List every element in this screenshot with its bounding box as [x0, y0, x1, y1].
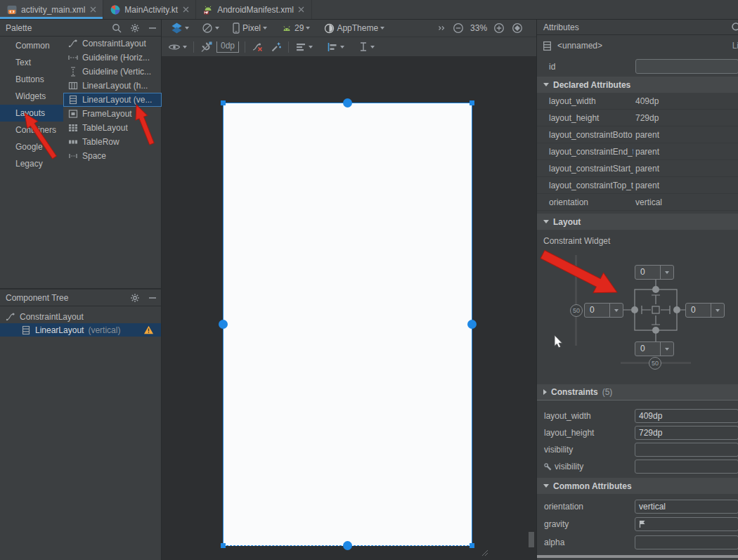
settings-gear-icon[interactable] — [130, 293, 140, 303]
zoom-to-fit-button[interactable] — [508, 20, 526, 36]
theme-selector-button[interactable]: AppTheme — [321, 20, 388, 36]
zoom-in-button[interactable] — [490, 20, 508, 36]
attribute-row[interactable]: layout_constraintTop_t parent — [537, 177, 738, 194]
palette-item-constraintlayout[interactable]: ConstraintLayout — [63, 37, 162, 51]
common-attributes-section-header[interactable]: Common Attributes — [537, 478, 738, 494]
tab-androidmanifest-xml[interactable]: AndroidManifest.xml — [196, 0, 312, 19]
xml-layout-file-icon — [7, 5, 17, 15]
autoconnect-toggle-button[interactable] — [197, 39, 216, 55]
constraint-anchor-right[interactable] — [467, 320, 477, 329]
tab-mainactivity-kt[interactable]: MainActivity.kt — [103, 0, 196, 19]
orientation-button[interactable] — [198, 20, 223, 36]
margin-left-dropdown[interactable]: 0 — [584, 303, 623, 318]
design-canvas[interactable] — [162, 56, 536, 560]
selection-handle-bottom-right[interactable] — [470, 543, 474, 548]
attribute-row[interactable]: layout_constraintStart_ parent — [537, 160, 738, 177]
gravity-field[interactable] — [635, 517, 738, 531]
palette-item-linearlayout-vertical[interactable]: LinearLayout (ve... — [63, 93, 162, 107]
layout-height-field[interactable]: 729dp — [635, 426, 738, 440]
tree-node-linearlayout-vertical[interactable]: LinearLayout(vertical) — [0, 323, 161, 337]
close-tab-icon[interactable] — [182, 6, 189, 13]
attribute-row[interactable]: layout_constraintBotto parent — [537, 126, 738, 143]
selection-handle-top-left[interactable] — [221, 100, 226, 105]
palette-item-guideline-vertical[interactable]: Guideline (Vertic... — [63, 65, 162, 79]
palette-item-framelayout[interactable]: FrameLayout — [63, 107, 162, 121]
android-api-icon — [281, 24, 292, 32]
canvas-resize-grip[interactable] — [478, 546, 489, 557]
align-button[interactable] — [323, 39, 348, 55]
margin-bottom-dropdown[interactable]: 0 — [635, 341, 674, 356]
constraint-anchor-left[interactable] — [219, 320, 228, 329]
tree-node-constraintlayout[interactable]: ConstraintLayout — [0, 310, 161, 323]
flag-icon — [639, 520, 646, 528]
palette-category-layouts[interactable]: Layouts — [0, 105, 63, 122]
palette-category-text[interactable]: Text — [0, 54, 63, 71]
palette-item-space[interactable]: Space — [63, 149, 162, 163]
visibility-field[interactable] — [635, 443, 738, 457]
vertical-bias-slider[interactable] — [575, 255, 577, 346]
constraint-widget: 50 0 0 0 0 — [537, 253, 738, 393]
minimize-icon[interactable] — [148, 294, 157, 302]
palette-category-legacy[interactable]: Legacy — [0, 155, 63, 172]
palette-category-containers[interactable]: Containers — [0, 122, 63, 138]
search-icon[interactable] — [731, 22, 738, 33]
attributes-horizontal-scrollbar[interactable] — [537, 555, 738, 558]
design-surface-button[interactable] — [167, 20, 193, 36]
constraints-section-header[interactable]: Constraints (5) — [537, 384, 738, 401]
layout-section-header[interactable]: Layout — [537, 214, 738, 230]
margin-right-dropdown[interactable]: 0 — [685, 303, 725, 318]
toolbar-overflow-button[interactable] — [434, 20, 449, 36]
zoom-out-button[interactable] — [449, 20, 467, 36]
canvas-vertical-scrollbar[interactable] — [529, 532, 534, 547]
device-screen-linearlayout[interactable] — [223, 103, 472, 546]
tools-visibility-field[interactable] — [635, 460, 738, 474]
alpha-field[interactable] — [635, 535, 738, 549]
attribute-row[interactable]: layout_constraintEnd_t parent — [537, 143, 738, 160]
search-icon[interactable] — [112, 23, 122, 33]
constraint-anchor-bottom[interactable] — [343, 541, 352, 550]
selection-handle-top-right[interactable] — [470, 100, 474, 105]
close-tab-icon[interactable] — [298, 6, 305, 13]
pack-button[interactable] — [292, 39, 316, 55]
infer-constraints-button[interactable] — [267, 39, 285, 55]
palette-category-widgets[interactable]: Widgets — [0, 88, 63, 105]
device-selector-button[interactable]: Pixel — [228, 20, 271, 36]
tab-activity-main-xml[interactable]: activity_main.xml — [0, 0, 103, 19]
palette-item-linearlayout-horizontal[interactable]: LinearLayout (h... — [63, 79, 162, 93]
collapse-triangle-icon — [543, 484, 549, 488]
api-version-button[interactable]: 29 — [278, 20, 313, 36]
settings-gear-icon[interactable] — [130, 23, 140, 33]
palette-category-buttons[interactable]: Buttons — [0, 71, 63, 88]
distribute-button[interactable] — [355, 39, 378, 55]
declared-attributes-section-header[interactable]: Declared Attributes — [537, 77, 738, 93]
warning-icon[interactable] — [143, 325, 154, 334]
palette-item-tablerow[interactable]: TableRow — [63, 135, 162, 149]
palette-category-common[interactable]: Common — [0, 37, 63, 54]
close-tab-icon[interactable] — [89, 6, 96, 13]
default-margins-control[interactable]: 0dp — [216, 41, 239, 53]
attribute-row[interactable]: orientation vertical — [537, 194, 738, 211]
orientation-icon — [202, 22, 213, 34]
tools-visibility-row: visibility — [537, 458, 738, 475]
constraint-anchor-top[interactable] — [343, 98, 352, 108]
selection-handle-bottom-left[interactable] — [221, 543, 226, 548]
zoom-in-icon — [493, 22, 505, 34]
chevron-down-icon — [185, 27, 189, 30]
palette-category-google[interactable]: Google — [0, 138, 63, 155]
vertical-bias-badge[interactable]: 50 — [570, 304, 583, 317]
collapse-triangle-icon — [543, 220, 549, 223]
minimize-icon[interactable] — [148, 24, 157, 32]
layout-width-field[interactable]: 409dp — [635, 409, 738, 423]
palette-item-guideline-horizontal[interactable]: Guideline (Horiz... — [63, 51, 162, 65]
attribute-row[interactable]: layout_width 409dp — [537, 93, 738, 110]
clear-constraints-button[interactable] — [248, 39, 267, 55]
view-options-button[interactable] — [164, 39, 190, 55]
id-input-field[interactable] — [635, 59, 738, 74]
layers-icon — [171, 22, 183, 34]
orientation-field[interactable]: vertical — [635, 500, 738, 514]
horizontal-bias-badge[interactable]: 50 — [649, 357, 661, 370]
palette-item-tablelayout[interactable]: TableLayout — [63, 121, 162, 135]
margin-top-dropdown[interactable]: 0 — [635, 265, 674, 280]
attribute-row[interactable]: layout_height 729dp — [537, 110, 738, 126]
editor-tab-bar: activity_main.xml MainActivity.kt Androi… — [0, 0, 738, 20]
